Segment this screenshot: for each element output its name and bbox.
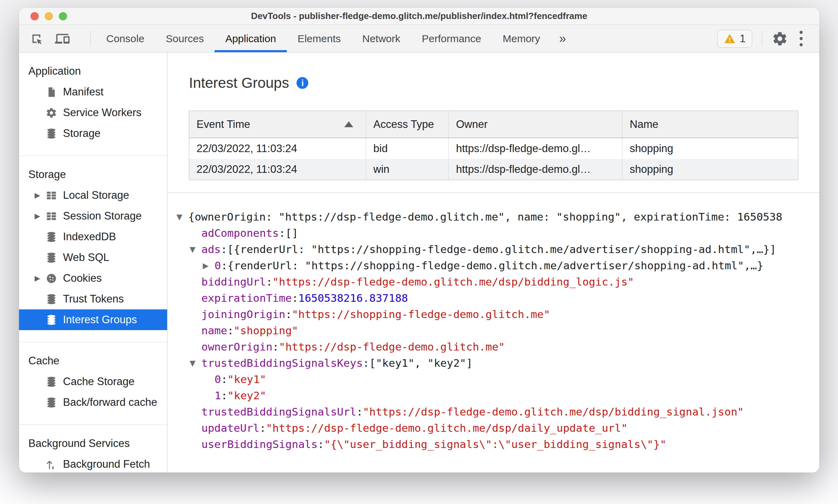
- table-cell: 22/03/2022, 11:03:24: [189, 159, 366, 180]
- tree-expand-arrow[interactable]: ▼: [190, 355, 201, 371]
- devtools-window: DevTools - publisher-fledge-demo.glitch.…: [19, 8, 819, 473]
- close-window-button[interactable]: [30, 12, 39, 20]
- tab-label: Network: [362, 33, 400, 45]
- tree-key-separator: :: [259, 420, 266, 436]
- tree-line[interactable]: userBiddingSignals: "{\"user_bidding_sig…: [176, 436, 819, 452]
- tree-line[interactable]: name: "shopping": [176, 323, 819, 339]
- database-icon: [46, 128, 57, 139]
- tree-key-separator: :: [227, 323, 234, 339]
- settings-gear-icon[interactable]: [772, 31, 788, 47]
- tree-key: trustedBiddingSignalsUrl: [201, 404, 356, 420]
- tree-line[interactable]: ▼trustedBiddingSignalsKeys: ["key1", "ke…: [176, 355, 819, 371]
- tree-line[interactable]: adComponents: []: [176, 225, 819, 241]
- sidebar-section-application: ApplicationManifestService WorkersStorag…: [19, 53, 167, 156]
- tab-label: Application: [225, 33, 276, 45]
- table-cell: bid: [366, 138, 449, 159]
- device-toolbar-icon[interactable]: [55, 31, 70, 46]
- expand-triangle-icon[interactable]: ▶: [35, 191, 46, 199]
- sidebar-item-manifest[interactable]: Manifest: [19, 82, 167, 102]
- tree-expand-arrow[interactable]: ▼: [190, 241, 201, 258]
- more-tabs-button[interactable]: »: [551, 25, 574, 52]
- tree-line[interactable]: ▼ads: [{renderUrl: "https://shopping-fle…: [176, 241, 819, 258]
- column-header-name[interactable]: Name: [622, 111, 798, 138]
- tree-key: ownerOrigin: [201, 339, 272, 355]
- tab-memory[interactable]: Memory: [492, 25, 551, 52]
- tree-line[interactable]: 0: "key1": [176, 371, 819, 388]
- tree-line[interactable]: 1: "key2": [176, 388, 819, 404]
- tree-indent-spacer: [190, 274, 201, 290]
- tree-line[interactable]: ownerOrigin: "https://dsp-fledge-demo.gl…: [176, 339, 819, 355]
- sidebar-item-session-storage[interactable]: ▶Session Storage: [19, 206, 167, 226]
- tree-key-separator: :: [221, 241, 227, 258]
- tree-line[interactable]: joiningOrigin: "https://shopping-fledge-…: [176, 306, 819, 323]
- tree-line[interactable]: updateUrl: "https://dsp-fledge-demo.glit…: [176, 420, 819, 436]
- expand-triangle-icon[interactable]: ▶: [35, 212, 46, 220]
- tree-key-separator: :: [272, 339, 279, 355]
- sidebar-item-web-sql[interactable]: Web SQL: [19, 247, 167, 268]
- tree-line[interactable]: ▼{ownerOrigin: "https://dsp-fledge-demo.…: [176, 209, 819, 225]
- tab-console[interactable]: Console: [95, 25, 155, 52]
- expand-triangle-icon[interactable]: ▶: [35, 274, 46, 282]
- tree-key-separator: :: [221, 371, 228, 388]
- minimize-window-button[interactable]: [45, 12, 53, 20]
- sidebar-item-label: Storage: [63, 127, 101, 140]
- sidebar-item-storage[interactable]: Storage: [19, 123, 167, 144]
- cookie-icon: [46, 273, 57, 284]
- tree-indent-spacer: [190, 323, 201, 339]
- tree-line[interactable]: biddingUrl: "https://dsp-fledge-demo.gli…: [176, 274, 819, 290]
- tab-elements[interactable]: Elements: [287, 25, 352, 52]
- tab-sources[interactable]: Sources: [155, 25, 215, 52]
- sidebar-item-background-fetch[interactable]: Background Fetch: [19, 454, 167, 473]
- sidebar-item-interest-groups[interactable]: Interest Groups: [19, 309, 167, 330]
- toolbar-left-icons: [19, 25, 91, 52]
- title-bar: DevTools - publisher-fledge-demo.glitch.…: [19, 8, 819, 25]
- column-header-label: Access Type: [373, 118, 434, 131]
- sidebar-item-cookies[interactable]: ▶Cookies: [19, 268, 167, 289]
- tab-label: Sources: [166, 33, 204, 45]
- column-header-owner[interactable]: Owner: [449, 111, 622, 138]
- tree-key: biddingUrl: [201, 274, 266, 290]
- column-header-access-type[interactable]: Access Type: [366, 111, 449, 138]
- sidebar-item-back-forward-cache[interactable]: Back/forward cache: [19, 392, 167, 413]
- sidebar-item-trust-tokens[interactable]: Trust Tokens: [19, 289, 167, 309]
- column-header-event-time[interactable]: Event Time: [189, 111, 366, 138]
- tree-line[interactable]: expirationTime: 1650538216.837188: [176, 290, 819, 306]
- sidebar-item-label: Background Fetch: [63, 458, 150, 470]
- tree-expand-arrow[interactable]: ▼: [176, 209, 188, 225]
- zoom-window-button[interactable]: [59, 12, 67, 20]
- tab-network[interactable]: Network: [352, 25, 411, 52]
- sidebar-item-cache-storage[interactable]: Cache Storage: [19, 371, 167, 392]
- warning-count: 1: [740, 32, 746, 45]
- tree-expand-arrow[interactable]: ▶: [203, 258, 215, 274]
- tree-value: []: [285, 225, 298, 241]
- devtools-body: ApplicationManifestService WorkersStorag…: [19, 53, 819, 473]
- tree-key: 0: [215, 258, 221, 274]
- tree-indent-spacer: [190, 225, 201, 241]
- tree-indent-spacer: [190, 290, 201, 306]
- tab-application[interactable]: Application: [215, 25, 287, 52]
- database-icon: [46, 376, 57, 388]
- sort-ascending-icon: [344, 121, 353, 127]
- sidebar-item-label: Service Workers: [63, 106, 142, 119]
- table-row[interactable]: 22/03/2022, 11:03:24bidhttps://dsp-fledg…: [189, 138, 798, 159]
- sidebar-item-label: Interest Groups: [63, 314, 137, 326]
- tree-value: [{renderUrl: "https://shopping-fledge-de…: [227, 241, 776, 258]
- sidebar-section-cache: CacheCache StorageBack/forward cache: [19, 342, 167, 425]
- issues-warning-badge[interactable]: 1: [717, 30, 752, 48]
- tree-value: "https://dsp-fledge-demo.glitch.me/dsp/b…: [363, 404, 744, 420]
- tree-value: "https://dsp-fledge-demo.glitch.me": [279, 339, 505, 355]
- customize-devtools-menu-icon[interactable]: [798, 29, 805, 48]
- tree-key-separator: :: [221, 388, 228, 404]
- sidebar-item-indexeddb[interactable]: IndexedDB: [19, 226, 167, 247]
- table-row[interactable]: 22/03/2022, 11:03:24winhttps://dsp-fledg…: [189, 159, 798, 180]
- tree-line[interactable]: ▶0: {renderUrl: "https://shopping-fledge…: [176, 258, 819, 274]
- sidebar-item-local-storage[interactable]: ▶Local Storage: [19, 185, 167, 206]
- info-icon[interactable]: i: [297, 77, 308, 89]
- gear-icon: [46, 107, 57, 119]
- page-title: Interest Groups: [189, 75, 289, 91]
- tab-performance[interactable]: Performance: [411, 25, 492, 52]
- sidebar-item-service-workers[interactable]: Service Workers: [19, 102, 167, 123]
- tree-value: {ownerOrigin: "https://dsp-fledge-demo.g…: [188, 209, 782, 225]
- inspect-element-icon[interactable]: [29, 31, 44, 46]
- tree-line[interactable]: trustedBiddingSignalsUrl: "https://dsp-f…: [176, 404, 819, 420]
